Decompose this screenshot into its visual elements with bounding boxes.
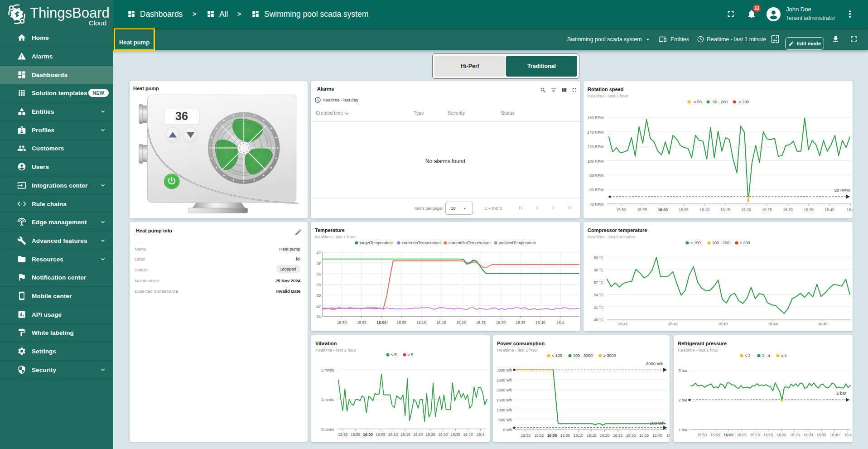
svg-text:1500 Wh: 1500 Wh bbox=[497, 398, 512, 402]
svg-text:57 °C: 57 °C bbox=[594, 280, 603, 285]
svg-text:Rotation speed: Rotation speed bbox=[588, 87, 623, 92]
svg-text:40 RPM: 40 RPM bbox=[589, 202, 603, 207]
svg-text:15:50: 15:50 bbox=[697, 433, 707, 437]
svg-text:16:40: 16:40 bbox=[825, 208, 834, 212]
svg-text:16:20: 16:20 bbox=[741, 208, 751, 212]
svg-text:16:00: 16:00 bbox=[547, 433, 557, 438]
svg-text:2500 Wh: 2500 Wh bbox=[497, 378, 512, 382]
svg-text:54 °C: 54 °C bbox=[594, 293, 603, 297]
svg-text:16:25: 16:25 bbox=[613, 433, 623, 438]
svg-text:24: 24 bbox=[317, 314, 321, 319]
svg-text:16:25: 16:25 bbox=[790, 433, 800, 437]
svg-text:0 mm/s: 0 mm/s bbox=[321, 427, 334, 432]
svg-text:16:00: 16:00 bbox=[376, 320, 386, 325]
svg-text:16:20: 16:20 bbox=[413, 432, 423, 437]
svg-text:16:44: 16:44 bbox=[768, 322, 778, 326]
svg-text:16:40: 16:40 bbox=[535, 320, 545, 325]
svg-text:≥ 3000: ≥ 3000 bbox=[603, 353, 616, 358]
svg-text:< 5: < 5 bbox=[391, 352, 397, 357]
svg-text:16:20: 16:20 bbox=[456, 320, 466, 325]
svg-text:15:50: 15:50 bbox=[616, 208, 626, 212]
svg-text:Realtime - last 1 hour: Realtime - last 1 hour bbox=[315, 348, 356, 352]
svg-text:33: 33 bbox=[317, 283, 321, 287]
svg-text:16:30: 16:30 bbox=[626, 433, 636, 438]
svg-text:120 RPM: 120 RPM bbox=[588, 145, 603, 149]
svg-text:Realtime - last 1 hour: Realtime - last 1 hour bbox=[588, 93, 628, 98]
svg-text:16:4: 16:4 bbox=[847, 208, 853, 212]
svg-text:16:05: 16:05 bbox=[737, 433, 747, 437]
svg-text:16:41: 16:41 bbox=[618, 322, 628, 326]
svg-text:16:05: 16:05 bbox=[679, 208, 689, 212]
svg-text:16:30: 16:30 bbox=[438, 432, 448, 437]
svg-text:≥ 200: ≥ 200 bbox=[740, 241, 750, 245]
svg-text:51 °C: 51 °C bbox=[594, 305, 603, 309]
svg-text:60 RPM: 60 RPM bbox=[589, 188, 603, 192]
svg-text:36: 36 bbox=[317, 272, 321, 276]
svg-text:16:05: 16:05 bbox=[376, 432, 386, 437]
svg-text:currentOutTemperature: currentOutTemperature bbox=[448, 241, 491, 245]
svg-text:1 bar: 1 bar bbox=[679, 428, 688, 432]
svg-text:16:4: 16:4 bbox=[477, 432, 484, 437]
svg-text:16:10: 16:10 bbox=[388, 432, 398, 437]
svg-text:≥ 4: ≥ 4 bbox=[781, 353, 786, 358]
svg-text:50 - 200: 50 - 200 bbox=[713, 100, 728, 104]
svg-text:63 °C: 63 °C bbox=[594, 256, 603, 260]
svg-text:48 °C: 48 °C bbox=[594, 318, 603, 322]
svg-text:16:15: 16:15 bbox=[436, 320, 446, 325]
svg-text:16:25: 16:25 bbox=[426, 432, 436, 437]
svg-text:currentInTemperature: currentInTemperature bbox=[402, 241, 441, 245]
svg-text:16:05: 16:05 bbox=[560, 433, 570, 438]
svg-text:16:15: 16:15 bbox=[720, 208, 730, 212]
svg-text:36: 36 bbox=[175, 110, 188, 122]
svg-text:16:45: 16:45 bbox=[818, 322, 828, 326]
svg-text:16:00: 16:00 bbox=[723, 433, 733, 437]
svg-text:1000 Wh: 1000 Wh bbox=[497, 408, 512, 412]
svg-text:16:35: 16:35 bbox=[804, 208, 814, 212]
svg-text:2 bar: 2 bar bbox=[836, 391, 846, 396]
svg-text:100 - 3000: 100 - 3000 bbox=[573, 353, 593, 358]
svg-text:Vibration: Vibration bbox=[315, 341, 337, 346]
svg-text:16:40: 16:40 bbox=[463, 432, 473, 437]
svg-text:500 Wh: 500 Wh bbox=[499, 418, 512, 422]
svg-text:16:10: 16:10 bbox=[750, 433, 760, 437]
svg-text:2 bar: 2 bar bbox=[679, 398, 688, 402]
svg-text:targetTemperature: targetTemperature bbox=[360, 241, 393, 245]
svg-text:ambientTemperature: ambientTemperature bbox=[499, 241, 536, 245]
svg-text:100 RPM: 100 RPM bbox=[588, 159, 603, 164]
svg-text:2 - 4: 2 - 4 bbox=[762, 353, 770, 358]
svg-text:16:42: 16:42 bbox=[668, 322, 678, 326]
svg-text:Realtime - last 1 hour: Realtime - last 1 hour bbox=[678, 348, 719, 352]
svg-text:15:50: 15:50 bbox=[338, 432, 348, 437]
svg-text:16:00: 16:00 bbox=[363, 432, 373, 437]
svg-text:100 Wh: 100 Wh bbox=[650, 420, 665, 425]
svg-text:3000 Wh: 3000 Wh bbox=[646, 361, 663, 366]
svg-text:16:40: 16:40 bbox=[652, 433, 662, 438]
svg-text:15:55: 15:55 bbox=[710, 433, 720, 437]
svg-text:≥ 200: ≥ 200 bbox=[739, 100, 749, 104]
svg-text:80 RPM: 80 RPM bbox=[589, 173, 603, 178]
svg-text:16:30: 16:30 bbox=[783, 208, 793, 212]
svg-text:16:15: 16:15 bbox=[400, 432, 410, 437]
svg-text:2000 Wh: 2000 Wh bbox=[497, 388, 512, 392]
svg-text:3000 Wh: 3000 Wh bbox=[497, 368, 512, 372]
svg-text:Realtime - last 1 hour: Realtime - last 1 hour bbox=[315, 234, 356, 239]
svg-text:Compressor temperature: Compressor temperature bbox=[588, 227, 647, 233]
svg-text:16:20: 16:20 bbox=[600, 433, 610, 438]
svg-text:< 100: < 100 bbox=[552, 353, 562, 358]
svg-text:Realtime - last 1 hour: Realtime - last 1 hour bbox=[497, 348, 538, 352]
svg-text:< 2: < 2 bbox=[745, 353, 751, 358]
svg-text:16:30: 16:30 bbox=[496, 320, 506, 325]
svg-text:16:20: 16:20 bbox=[777, 433, 787, 437]
svg-text:16:4: 16:4 bbox=[844, 433, 852, 437]
svg-text:15:55: 15:55 bbox=[357, 320, 367, 325]
svg-text:15:50: 15:50 bbox=[521, 433, 531, 438]
svg-text:16:10: 16:10 bbox=[574, 433, 583, 438]
svg-text:160 RPM: 160 RPM bbox=[588, 116, 603, 120]
svg-text:< 100: < 100 bbox=[690, 241, 701, 245]
svg-text:16:25: 16:25 bbox=[762, 208, 772, 212]
svg-text:16:35: 16:35 bbox=[451, 432, 461, 437]
svg-text:16:43: 16:43 bbox=[718, 322, 728, 326]
svg-text:16:30: 16:30 bbox=[803, 433, 813, 437]
svg-text:42: 42 bbox=[317, 251, 321, 255]
svg-text:15:50: 15:50 bbox=[337, 320, 347, 325]
